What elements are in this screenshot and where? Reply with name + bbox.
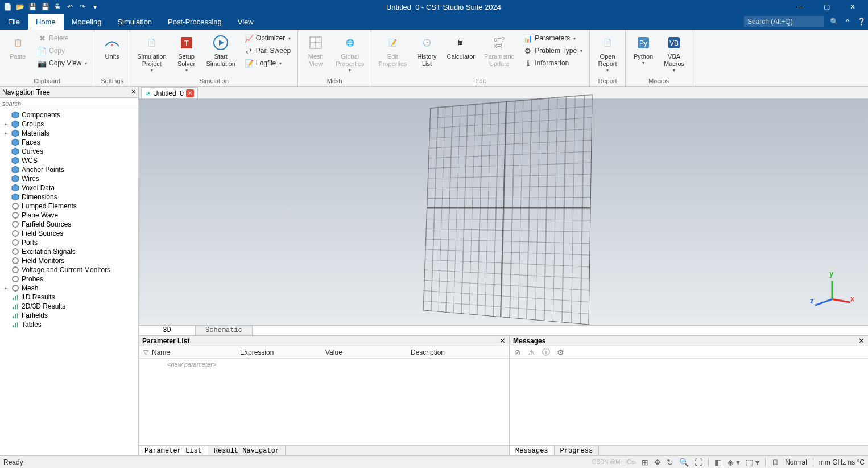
status-fit-icon[interactable]: ⛶ <box>695 458 702 467</box>
nav-search-input[interactable] <box>0 98 138 109</box>
viewtab-3d[interactable]: 3D <box>139 326 196 335</box>
search-icon[interactable]: 🔍 <box>827 14 841 30</box>
logfile-button[interactable]: 📝Logfile▾ <box>241 58 294 69</box>
viewtab-schematic[interactable]: Schematic <box>196 326 253 335</box>
global-properties-button[interactable]: 🌐Global Properties▾ <box>332 31 367 75</box>
document-tab[interactable]: ≋ Untitled_0 ✕ <box>141 87 198 98</box>
par-sweep-button[interactable]: ⇄Par. Sweep <box>241 45 294 56</box>
tree-item[interactable]: +Groups <box>0 120 138 129</box>
tree-item[interactable]: Faces <box>0 138 138 147</box>
close-param-icon[interactable]: ✕ <box>499 336 506 345</box>
error-filter-icon[interactable]: ⊘ <box>514 348 521 357</box>
settings-icon[interactable]: ⚙ <box>557 348 564 357</box>
tab-home[interactable]: Home <box>28 14 64 30</box>
status-tool1-icon[interactable]: ⊞ <box>642 458 648 467</box>
tab-result-navigator[interactable]: Result Navigator <box>208 446 286 455</box>
tab-file[interactable]: File <box>0 14 28 30</box>
new-parameter-row[interactable]: <new parameter> <box>139 359 509 370</box>
mesh-view-button[interactable]: Mesh View <box>301 31 330 70</box>
qat-save-all-icon[interactable]: 💾 <box>40 2 50 12</box>
close-panel-icon[interactable]: ✕ <box>131 88 136 96</box>
collapse-ribbon-icon[interactable]: ^ <box>841 14 854 30</box>
info-filter-icon[interactable]: ⓘ <box>542 347 550 358</box>
tree-item[interactable]: Voxel Data <box>0 183 138 192</box>
copy-view-button[interactable]: 📷Copy View▾ <box>34 58 90 69</box>
paste-button[interactable]: 📋Paste <box>3 31 32 63</box>
status-3d-icon[interactable]: ⬚ ▾ <box>746 458 759 467</box>
tree-item[interactable]: Farfield Sources <box>0 220 138 229</box>
tree-item[interactable]: Ports <box>0 238 138 247</box>
status-rotate-icon[interactable]: ↻ <box>667 458 673 467</box>
tree-item[interactable]: Components <box>0 110 138 120</box>
qat-save-icon[interactable]: 💾 <box>27 2 38 12</box>
tab-modeling[interactable]: Modeling <box>64 14 110 30</box>
tree-item[interactable]: 1D Results <box>0 293 138 302</box>
close-msg-icon[interactable]: ✕ <box>858 336 865 345</box>
simulation-project-button[interactable]: 📄Simulation Project▾ <box>134 31 170 75</box>
qat-redo-icon[interactable]: ↷ <box>77 2 88 12</box>
status-display-icon[interactable]: 🖥 <box>771 458 779 467</box>
python-button[interactable]: PyPython▾ <box>629 31 658 68</box>
edit-properties-button[interactable]: 📝Edit Properties <box>375 31 410 70</box>
tree-item[interactable]: Farfields <box>0 311 138 320</box>
setup-solver-button[interactable]: TSetup Solver▾ <box>172 31 201 75</box>
tab-parameter-list[interactable]: Parameter List <box>139 446 208 455</box>
tree-item[interactable]: Wires <box>0 174 138 183</box>
problem-type-button[interactable]: ⚙Problem Type▾ <box>520 45 586 56</box>
copy-button[interactable]: 📄Copy <box>34 45 90 56</box>
help-icon[interactable]: ❔ <box>854 14 868 30</box>
qat-dropdown-icon[interactable]: ▾ <box>90 2 100 12</box>
start-simulation-button[interactable]: Start Simulation <box>203 31 239 70</box>
tree-item[interactable]: Curves <box>0 147 138 156</box>
information-button[interactable]: ℹInformation <box>520 58 586 69</box>
tree-item[interactable]: +Materials <box>0 129 138 138</box>
tree-item[interactable]: +Mesh <box>0 284 138 293</box>
svg-marker-12 <box>12 112 19 118</box>
tab-simulation[interactable]: Simulation <box>109 14 160 30</box>
status-view-icon[interactable]: ◧ <box>714 458 722 467</box>
tree-item[interactable]: Tables <box>0 320 138 329</box>
3d-viewport[interactable]: x y z <box>139 99 868 326</box>
calculator-button[interactable]: 🖩Calculator <box>444 31 479 63</box>
tree-item[interactable]: Probes <box>0 274 138 284</box>
tab-progress[interactable]: Progress <box>555 446 600 455</box>
search-input[interactable] <box>744 16 824 27</box>
status-move-icon[interactable]: ✥ <box>654 458 661 467</box>
close-button[interactable]: ✕ <box>840 0 866 14</box>
tree-item[interactable]: Field Monitors <box>0 256 138 265</box>
tree-item[interactable]: 2D/3D Results <box>0 302 138 311</box>
filter-icon[interactable]: ▽ <box>143 348 148 356</box>
history-list-button[interactable]: 🕒History List <box>413 31 441 70</box>
close-tab-icon[interactable]: ✕ <box>186 89 194 97</box>
delete-button[interactable]: ✖Delete <box>34 32 90 44</box>
tree-item[interactable]: Plane Wave <box>0 211 138 220</box>
parameters-button[interactable]: 📊Parameters▾ <box>520 32 586 44</box>
warning-filter-icon[interactable]: ⚠ <box>528 348 535 357</box>
status-zoom-icon[interactable]: 🔍 <box>679 458 689 467</box>
tree-item[interactable]: Anchor Points <box>0 165 138 174</box>
maximize-button[interactable]: ▢ <box>813 0 840 14</box>
qat-undo-icon[interactable]: ↶ <box>65 2 75 12</box>
optimizer-button[interactable]: 📈Optimizer▾ <box>241 32 294 44</box>
minimize-button[interactable]: — <box>787 0 813 14</box>
navigation-tree[interactable]: Components+Groups+MaterialsFacesCurvesWC… <box>0 109 138 455</box>
tree-item[interactable]: Field Sources <box>0 229 138 238</box>
tab-view[interactable]: View <box>230 14 262 30</box>
open-report-button[interactable]: 📄Open Report▾ <box>593 31 622 75</box>
svg-point-0 <box>111 44 113 46</box>
qat-print-icon[interactable]: 🖶 <box>52 2 63 12</box>
tab-messages[interactable]: Messages <box>510 446 555 455</box>
status-cube-icon[interactable]: ◈ ▾ <box>728 458 740 467</box>
vba-macros-button[interactable]: VBVBA Macros▾ <box>660 31 688 75</box>
qat-open-icon[interactable]: 📂 <box>15 2 25 12</box>
qat-new-icon[interactable]: 📄 <box>2 2 13 12</box>
tree-item[interactable]: Excitation Signals <box>0 247 138 256</box>
tree-item[interactable]: Dimensions <box>0 192 138 202</box>
tab-postprocessing[interactable]: Post-Processing <box>160 14 230 30</box>
svg-rect-42 <box>15 323 16 327</box>
tree-item[interactable]: Lumped Elements <box>0 202 138 211</box>
tree-item[interactable]: WCS <box>0 156 138 165</box>
parametric-update-button[interactable]: α=?x=!Parametric Update <box>481 31 518 70</box>
tree-item[interactable]: Voltage and Current Monitors <box>0 265 138 274</box>
units-button[interactable]: Units <box>98 31 126 63</box>
